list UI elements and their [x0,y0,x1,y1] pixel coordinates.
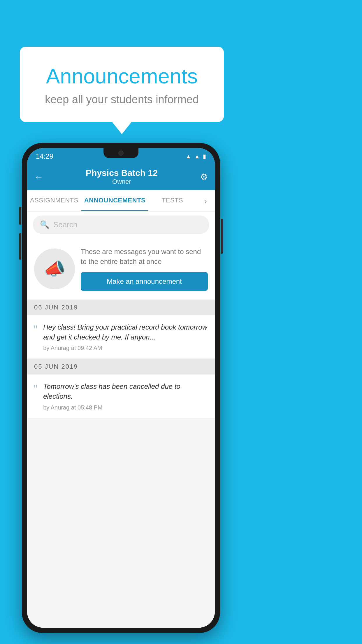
batch-title: Physics Batch 12 [86,168,158,178]
date-separator-1: 06 JUN 2019 [27,300,215,315]
speech-bubble-container: Announcements keep all your students inf… [20,47,224,122]
announcement-meta-1: by Anurag at 09:42 AM [43,345,209,351]
announcement-meta-2: by Anurag at 05:48 PM [43,404,209,411]
phone-screen: 14:29 ▲ ▲ ▮ ← Physics Batch 12 Owner ⚙ A… [27,148,215,628]
power-button[interactable] [221,219,223,254]
search-bar[interactable]: 🔍 Search [33,216,209,234]
content-area: 🔍 Search 📣 These are messages you want t… [27,211,215,628]
announcement-content-1: Hey class! Bring your practical record b… [43,322,209,351]
signal-icon: ▲ [194,153,200,160]
settings-icon[interactable]: ⚙ [200,172,208,182]
tabs-bar: ASSIGNMENTS ANNOUNCEMENTS TESTS › [27,190,215,211]
announcement-prompt: 📣 These are messages you want to send to… [27,238,215,300]
date-separator-2: 05 JUN 2019 [27,359,215,374]
tab-announcements[interactable]: ANNOUNCEMENTS [81,190,149,211]
announcement-content-2: Tomorrow's class has been cancelled due … [43,382,209,411]
status-time: 14:29 [36,152,53,160]
date-label-2: 05 JUN 2019 [34,363,78,370]
wifi-icon: ▲ [185,153,191,160]
volume-down-button[interactable] [19,233,21,260]
announcement-item-1[interactable]: " Hey class! Bring your practical record… [27,315,215,359]
battery-icon: ▮ [203,153,206,160]
volume-up-button[interactable] [19,207,21,225]
status-icons: ▲ ▲ ▮ [185,153,206,160]
app-header: ← Physics Batch 12 Owner ⚙ [27,163,215,190]
announcement-item-2[interactable]: " Tomorrow's class has been cancelled du… [27,374,215,418]
announcement-description: These are messages you want to send to t… [81,247,208,266]
quote-icon-2: " [33,383,38,395]
tab-tests[interactable]: TESTS [148,190,196,211]
tab-assignments[interactable]: ASSIGNMENTS [27,190,81,211]
make-announcement-button[interactable]: Make an announcement [81,272,208,291]
search-container: 🔍 Search [27,211,215,238]
bubble-subtitle: keep all your students informed [34,93,209,106]
megaphone-circle: 📣 [34,249,75,289]
announcement-text-1: Hey class! Bring your practical record b… [43,322,209,342]
announcement-text-2: Tomorrow's class has been cancelled due … [43,382,209,401]
date-label-1: 06 JUN 2019 [34,304,78,311]
header-title-group: Physics Batch 12 Owner [86,168,158,186]
search-placeholder: Search [53,220,77,229]
search-icon: 🔍 [40,220,49,229]
tab-more[interactable]: › [196,190,215,211]
back-button[interactable]: ← [34,172,43,182]
speech-bubble: Announcements keep all your students inf… [20,47,224,122]
front-camera [118,150,124,156]
owner-label: Owner [86,178,158,186]
announcement-right: These are messages you want to send to t… [81,247,208,291]
quote-icon-1: " [33,323,38,336]
phone-notch [103,148,138,158]
megaphone-icon: 📣 [44,258,66,279]
bubble-title: Announcements [34,64,209,88]
phone-frame: 14:29 ▲ ▲ ▮ ← Physics Batch 12 Owner ⚙ A… [22,143,220,633]
